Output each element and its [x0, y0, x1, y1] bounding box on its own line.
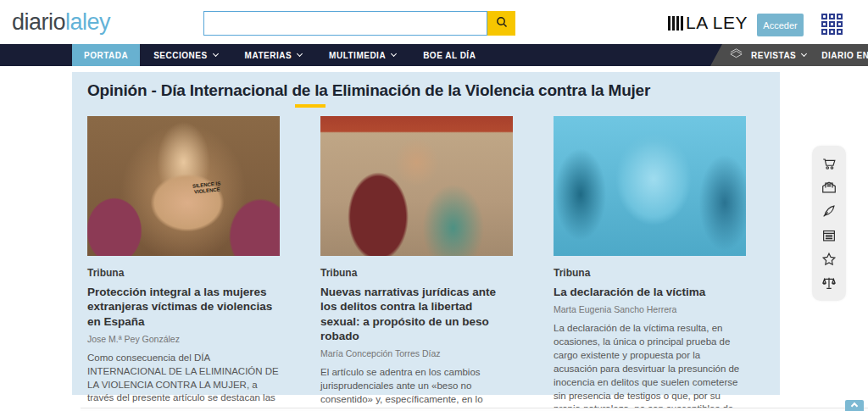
chevron-up-icon	[851, 403, 858, 409]
nav-item-label: DIARIO EN LEGALTECA	[821, 51, 868, 60]
apps-grid-icon[interactable]	[821, 14, 843, 35]
chevron-down-icon	[801, 51, 807, 57]
search-icon	[495, 15, 509, 31]
search-bar	[203, 11, 515, 36]
la-ley-logo: LA LEY	[668, 13, 748, 33]
nav-item-label: PORTADA	[84, 51, 128, 60]
nav-item-materias[interactable]: MATERIAS	[231, 44, 315, 66]
tools-sidebar	[812, 146, 846, 301]
article-excerpt: La declaración de la víctima resulta, en…	[554, 322, 746, 411]
magazine-icon	[729, 47, 743, 63]
next-section-edge	[81, 408, 868, 411]
diario-la-ley-page: diariolaley LA LEY Acceder PORTADA SECC	[0, 0, 868, 411]
nav-item-label: BOE AL DÍA	[423, 51, 476, 60]
navbar-left: PORTADA SECCIONES MATERIAS MULTIMEDIA BO…	[72, 44, 489, 66]
article-title[interactable]: Protección integral a las mujeres extran…	[87, 285, 280, 329]
open-book-icon[interactable]	[820, 178, 838, 197]
navbar-right: REVISTAS DIARIO EN LEGALTECA	[710, 44, 868, 66]
scales-icon[interactable]	[820, 274, 838, 292]
article-excerpt: El artículo se adentra en los cambios ju…	[320, 366, 513, 411]
chevron-down-icon	[391, 51, 397, 57]
agenda-icon[interactable]	[820, 226, 838, 245]
article-author: Jose M.ª Pey González	[87, 334, 280, 344]
header: diariolaley LA LEY Acceder	[0, 0, 868, 44]
yellow-accent-bar	[295, 104, 326, 108]
article-category[interactable]: Tribuna	[87, 267, 280, 279]
main-navbar: PORTADA SECCIONES MATERIAS MULTIMEDIA BO…	[0, 44, 868, 66]
nav-item-label: MULTIMEDIA	[329, 51, 386, 60]
nav-item-secciones[interactable]: SECCIONES	[140, 44, 231, 66]
article-excerpt: Como consecuencia del DÍA INTERNACIONAL …	[87, 352, 280, 411]
nav-item-portada[interactable]: PORTADA	[72, 44, 140, 66]
star-icon[interactable]	[820, 250, 838, 269]
article-category[interactable]: Tribuna	[554, 267, 746, 279]
back-to-top-button[interactable]	[845, 400, 864, 411]
article-cards: SILENCE IS VIOLENCE Tribuna Protección i…	[87, 116, 746, 411]
nav-item-boe-al-dia[interactable]: BOE AL DÍA	[409, 44, 489, 66]
opinion-section-panel: Opinión - Día Internacional de la Elimin…	[72, 72, 780, 395]
section-title: Opinión - Día Internacional de la Elimin…	[87, 81, 650, 100]
logo-part-laley: laley	[65, 9, 110, 35]
article-card-3[interactable]: Tribuna La declaración de la víctima Mar…	[554, 116, 746, 411]
article-image-kiss[interactable]	[320, 116, 513, 256]
la-ley-bars-icon	[668, 16, 683, 31]
chevron-down-icon	[213, 51, 219, 57]
chevron-down-icon	[297, 51, 303, 57]
la-ley-wordmark: LA LEY	[686, 13, 748, 33]
article-card-1[interactable]: SILENCE IS VIOLENCE Tribuna Protección i…	[87, 116, 280, 411]
article-image-silence[interactable]: SILENCE IS VIOLENCE	[87, 116, 280, 256]
cart-icon[interactable]	[820, 154, 838, 173]
article-title[interactable]: Nuevas narrativas jurídicas ante los del…	[320, 285, 513, 343]
article-author: Marta Eugenia Sancho Herrera	[554, 304, 746, 314]
nav-item-diario-en-legalteca[interactable]: DIARIO EN LEGALTECA	[814, 51, 868, 60]
search-button[interactable]	[487, 11, 515, 36]
photo-handwriting-text: SILENCE IS VIOLENCE	[186, 181, 226, 197]
nav-item-label: REVISTAS	[751, 51, 796, 60]
article-image-portrait[interactable]	[554, 116, 746, 256]
nav-item-multimedia[interactable]: MULTIMEDIA	[315, 44, 409, 66]
search-input[interactable]	[203, 11, 487, 36]
article-title[interactable]: La declaración de la víctima	[554, 285, 746, 299]
nav-item-revistas[interactable]: REVISTAS	[743, 51, 814, 60]
article-author: María Concepción Torres Díaz	[320, 348, 513, 358]
diariolaley-logo[interactable]: diariolaley	[12, 9, 110, 36]
acceder-button[interactable]: Acceder	[757, 14, 804, 36]
nav-item-label: SECCIONES	[153, 51, 207, 60]
quill-icon[interactable]	[820, 202, 838, 220]
article-category[interactable]: Tribuna	[320, 267, 513, 279]
logo-part-diario: diario	[12, 9, 65, 35]
nav-item-label: MATERIAS	[245, 51, 292, 60]
article-card-2[interactable]: Tribuna Nuevas narrativas jurídicas ante…	[320, 116, 513, 411]
